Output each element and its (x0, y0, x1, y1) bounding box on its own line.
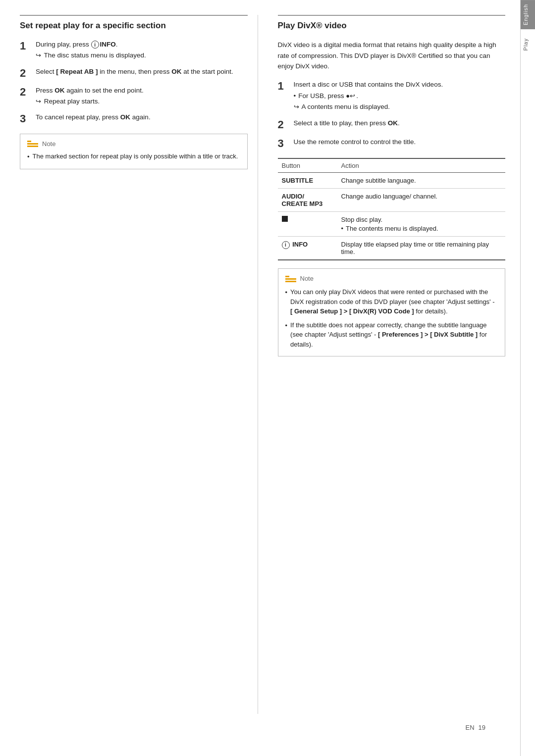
side-tab-play: Play (521, 34, 535, 54)
table-cell-button: SUBTITLE (278, 173, 337, 189)
step-item: 2 Press OK again to set the end point. ↪… (20, 86, 248, 107)
table-row: AUDIO/CREATE MP3 Change audio language/ … (278, 189, 506, 212)
right-section-title: Play DivX® video (278, 15, 506, 31)
step-content: During play, press iINFO. ↪ The disc sta… (36, 40, 248, 61)
bullet-dot: • (285, 288, 288, 316)
step-content: Press OK again to set the end point. ↪ R… (36, 86, 248, 107)
step-sub: ↪ Repeat play starts. (36, 97, 248, 106)
button-label: SUBTITLE (282, 177, 314, 184)
note-icon (27, 141, 38, 147)
table-row: Stop disc play. • The contents menu is d… (278, 212, 506, 237)
page-container: Set repeat play for a specific section 1… (0, 0, 535, 756)
table-header-action: Action (337, 158, 506, 173)
table-row: i INFO Display title elapsed play time o… (278, 237, 506, 260)
step-text: Insert a disc or USB that contains the D… (294, 81, 443, 88)
step-number: 3 (278, 137, 289, 150)
step-bullet: • For USB, press ●↩. (294, 91, 506, 101)
side-tab: English Play (520, 0, 535, 756)
step-content: Select a title to play, then press OK. (294, 118, 506, 128)
action-sub-text: The contents menu is displayed. (346, 225, 438, 232)
note-bullet-1: • You can only play DivX videos that wer… (285, 287, 498, 316)
note-bullet-text-1: You can only play DivX videos that were … (290, 287, 498, 316)
step-number: 2 (278, 118, 289, 131)
step-text: Select [ Repeat AB ] in the menu, then p… (36, 68, 233, 75)
table-cell-action: Change audio language/ channel. (337, 189, 506, 212)
table-cell-button: i INFO (278, 237, 337, 260)
step-text: Select a title to play, then press OK. (294, 119, 400, 127)
step-item: 2 Select a title to play, then press OK. (278, 118, 506, 131)
bullet-text: For USB, press ●↩. (298, 91, 358, 101)
note-box-left: Note • The marked section for repeat pla… (20, 134, 248, 169)
note-label: Note (300, 274, 314, 284)
step-content: To cancel repeat play, press OK again. (36, 112, 248, 122)
table-cell-action: Display title elapsed play time or title… (337, 237, 506, 260)
step-number: 3 (20, 112, 31, 125)
step-item: 3 Use the remote control to control the … (278, 137, 506, 150)
step-sub: ↪ A contents menu is displayed. (294, 102, 506, 112)
step-content: Use the remote control to control the ti… (294, 137, 506, 147)
right-column: Play DivX® video DivX video is a digital… (278, 15, 506, 714)
info-label: INFO (292, 241, 308, 248)
step-text: During play, press iINFO. (36, 41, 118, 48)
left-section-title: Set repeat play for a specific section (20, 15, 248, 31)
step-text: To cancel repeat play, press OK again. (36, 113, 151, 121)
two-column-layout: Set repeat play for a specific section 1… (20, 15, 505, 714)
note-icon (285, 276, 296, 282)
usb-icon: ●↩ (346, 91, 355, 101)
table-cell-action: Stop disc play. • The contents menu is d… (337, 212, 506, 237)
step-number: 1 (20, 40, 31, 52)
step-sub: ↪ The disc status menu is displayed. (36, 50, 248, 60)
footer-en: EN (465, 724, 474, 731)
bold-text: [ General Setup ] > [ DivX(R) VOD Code ] (290, 307, 414, 315)
left-step-list: 1 During play, press iINFO. ↪ The disc s… (20, 40, 248, 126)
step-number: 2 (20, 86, 31, 99)
bullet-dot: • (294, 91, 296, 101)
bullet-dot: • (27, 152, 30, 162)
button-label: AUDIO/CREATE MP3 (282, 193, 323, 207)
action-text-main: Stop disc play. (341, 216, 383, 223)
main-content: Set repeat play for a specific section 1… (0, 0, 520, 756)
action-sub-bullet: • The contents menu is displayed. (341, 225, 502, 232)
note-bullet-text-2: If the subtitle does not appear correctl… (290, 320, 498, 350)
step-text: Use the remote control to control the ti… (294, 138, 416, 146)
table-cell-button (278, 212, 337, 237)
page-footer: EN 19 (20, 714, 505, 741)
step-number: 2 (20, 67, 31, 80)
note-label: Note (42, 139, 55, 149)
step-item: 3 To cancel repeat play, press OK again. (20, 112, 248, 125)
step-text: Press OK again to set the end point. (36, 87, 144, 94)
footer-page: 19 (479, 724, 485, 731)
info-icon: i (282, 241, 290, 249)
step-item: 1 During play, press iINFO. ↪ The disc s… (20, 40, 248, 61)
side-tab-english: English (521, 0, 535, 29)
right-step-list: 1 Insert a disc or USB that contains the… (278, 80, 506, 151)
step-item: 1 Insert a disc or USB that contains the… (278, 80, 506, 112)
note-header: Note (285, 274, 498, 284)
note-bullet: • The marked section for repeat play is … (27, 151, 240, 162)
intro-text: DivX video is a digital media format tha… (278, 40, 506, 72)
table-row: SUBTITLE Change subtitle language. (278, 173, 506, 189)
table-cell-button: AUDIO/CREATE MP3 (278, 189, 337, 212)
table-header-button: Button (278, 158, 337, 173)
table-cell-action: Change subtitle language. (337, 173, 506, 189)
bullet-dot: • (285, 321, 288, 350)
step-content: Insert a disc or USB that contains the D… (294, 80, 506, 112)
stop-icon (282, 216, 288, 222)
note-bullet-text: The marked section for repeat play is on… (33, 151, 238, 162)
step-content: Select [ Repeat AB ] in the menu, then p… (36, 67, 248, 77)
step-item: 2 Select [ Repeat AB ] in the menu, then… (20, 67, 248, 80)
note-box-right: Note • You can only play DivX videos tha… (278, 268, 506, 356)
step-number: 1 (278, 80, 289, 93)
bullet-dot: • (341, 225, 344, 232)
action-table: Button Action SUBTITLE Change subtitle l… (278, 158, 506, 260)
info-icon: i (91, 41, 99, 49)
note-bullet-2: • If the subtitle does not appear correc… (285, 320, 498, 350)
left-column: Set repeat play for a specific section 1… (20, 15, 258, 714)
note-header: Note (27, 139, 240, 149)
bold-text: [ Preferences ] > [ DivX Subtitle ] (378, 331, 478, 338)
